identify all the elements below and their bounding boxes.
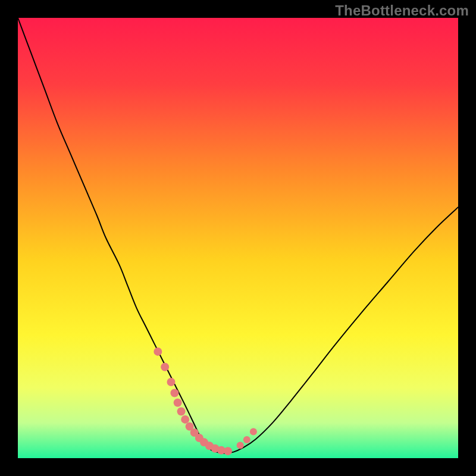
marker-dot <box>154 347 162 356</box>
plot-area <box>18 18 458 458</box>
marker-dot <box>237 442 244 449</box>
marker-dot <box>170 389 178 397</box>
marker-dot <box>181 415 189 424</box>
marker-dot <box>167 378 176 386</box>
watermark-text: TheBottleneck.com <box>335 2 469 19</box>
plot-svg <box>18 18 458 458</box>
marker-dot <box>177 408 186 416</box>
marker-dot <box>174 399 182 407</box>
marker-dot <box>224 447 232 455</box>
marker-dot <box>250 428 257 436</box>
chart-container: TheBottleneck.com <box>0 0 476 476</box>
marker-dot <box>243 436 250 443</box>
marker-dot <box>161 363 169 371</box>
gradient-background <box>18 18 458 458</box>
